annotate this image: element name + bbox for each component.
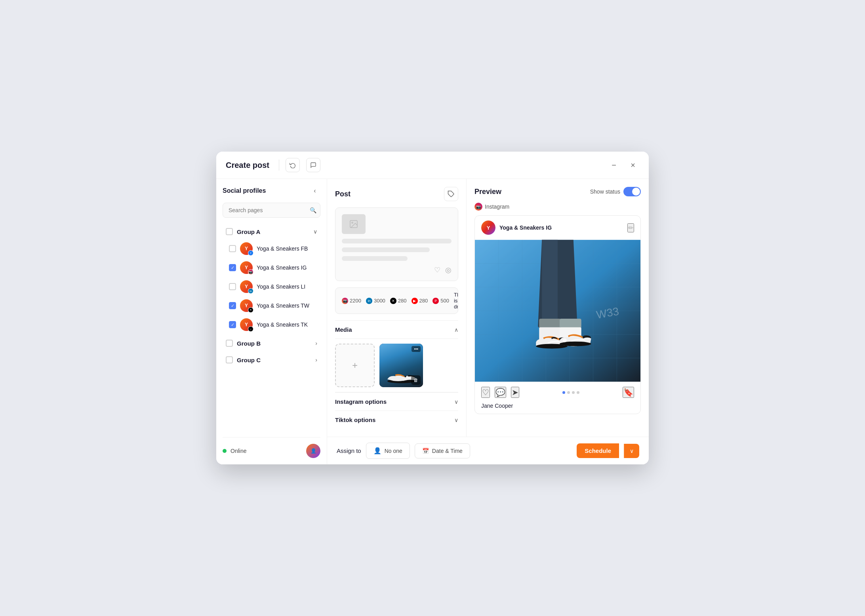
profile-tw-name: Yoga & Sneakers TW <box>257 302 317 309</box>
online-text: Online <box>231 448 302 454</box>
ig-share-button[interactable]: ➤ <box>511 387 519 398</box>
app-body: Social profiles ‹ 🔍 Group A ∨ <box>216 179 649 464</box>
instagram-options-title: Instagram options <box>335 398 387 405</box>
group-a-item: Group A ∨ Y f Yoga & Sneakers FB <box>223 224 320 334</box>
p-count-icon: P <box>432 298 439 304</box>
profile-tw-avatar: Y ✕ <box>240 299 253 312</box>
minimize-button[interactable]: − <box>608 159 620 171</box>
profile-tw-checkbox[interactable]: ✓ <box>229 302 236 309</box>
sidebar-footer: Online 👤 <box>223 437 320 458</box>
tiktok-options-header[interactable]: Tiktok options ∨ <box>335 411 458 429</box>
datetime-label: Date & Time <box>432 448 463 454</box>
instagram-options-chevron: ∨ <box>454 399 458 405</box>
post-panel-header: Post <box>335 187 458 201</box>
show-status-toggle[interactable] <box>623 187 641 196</box>
profile-ig[interactable]: ✓ Y 📷 Yoga & Sneakers IG <box>226 258 320 277</box>
post-editor[interactable]: ♡ ◎ <box>335 207 458 281</box>
char-count-x: ✕ 280 <box>390 298 407 304</box>
platform-ig-badge: 📷 <box>248 269 253 275</box>
datetime-button[interactable]: 📅 Date & Time <box>415 443 470 458</box>
no-one-label: No one <box>385 448 402 454</box>
content-area: Post <box>327 179 649 437</box>
profile-tk-checkbox[interactable]: ✓ <box>229 321 236 328</box>
app-header: Create post − × <box>216 152 649 179</box>
search-container: 🔍 <box>223 203 320 218</box>
comment-button[interactable] <box>306 158 320 172</box>
group-c-label: Group C <box>237 357 311 363</box>
ig-comment-button[interactable]: 💬 <box>495 387 506 398</box>
group-c-header[interactable]: Group C › <box>223 352 320 367</box>
online-indicator <box>223 449 227 453</box>
group-b-checkbox[interactable] <box>226 340 233 347</box>
ig-card-header: Y Yoga & Sneakers IG ✏ <box>475 216 640 240</box>
placeholder-line-3 <box>342 256 408 261</box>
ig-bookmark-button[interactable]: 🔖 <box>623 387 634 398</box>
show-status-area: Show status <box>590 187 641 196</box>
profile-fb-checkbox[interactable] <box>229 245 236 252</box>
profile-ig-checkbox[interactable]: ✓ <box>229 264 236 271</box>
profile-li[interactable]: Y in Yoga & Sneakers LI <box>226 277 320 296</box>
media-delete-button[interactable]: 🗑 <box>411 375 421 385</box>
ig-count-icon: 📷 <box>342 298 348 304</box>
media-chevron: ∧ <box>454 327 458 333</box>
ig-dot-3 <box>572 391 575 394</box>
search-icon: 🔍 <box>310 207 316 213</box>
ig-edit-button[interactable]: ✏ <box>627 223 634 232</box>
group-b-header[interactable]: Group B › <box>223 336 320 351</box>
instagram-options-header[interactable]: Instagram options ∨ <box>335 392 458 411</box>
group-a-checkbox[interactable] <box>226 228 233 235</box>
profile-li-checkbox[interactable] <box>229 283 236 290</box>
ig-preview-card: Y Yoga & Sneakers IG ✏ <box>474 215 641 414</box>
person-icon: 👤 <box>373 447 381 454</box>
sidebar-collapse-button[interactable]: ‹ <box>309 185 320 196</box>
main-content: Post <box>327 179 649 464</box>
group-a-chevron: ∨ <box>313 228 317 235</box>
post-panel-title: Post <box>335 190 351 198</box>
platform-ig-icon: 📷 <box>474 203 482 211</box>
show-status-label: Show status <box>590 188 620 195</box>
editor-actions: ♡ ◎ <box>342 266 452 274</box>
group-a-label: Group A <box>237 228 309 235</box>
ig-carousel-dots <box>524 391 618 394</box>
group-a-header[interactable]: Group A ∨ <box>223 224 320 239</box>
profile-tk[interactable]: ✓ Y ♪ Yoga & Sneakers TK <box>226 315 320 334</box>
profile-ig-name: Yoga & Sneakers IG <box>257 264 317 271</box>
profile-ig-avatar: Y 📷 <box>240 261 253 274</box>
media-thumbnail: ••• 🗑 <box>379 344 423 387</box>
bottom-bar: Assign to 👤 No one 📅 Date & Time Schedul… <box>327 437 649 464</box>
svg-rect-18 <box>539 319 561 329</box>
tag-button[interactable] <box>444 187 458 201</box>
schedule-button[interactable]: Schedule <box>577 443 619 458</box>
profile-tk-avatar: Y ♪ <box>240 318 253 331</box>
media-add-button[interactable]: + <box>335 344 375 387</box>
media-section-header[interactable]: Media ∧ <box>335 320 458 338</box>
x-count-value: 280 <box>398 298 407 304</box>
footer-avatar: 👤 <box>306 444 320 458</box>
yt-count-value: 280 <box>419 298 428 304</box>
char-count-bar: 📷 2200 in 3000 ✕ 280 ▶ <box>335 287 458 314</box>
search-input[interactable] <box>223 203 320 218</box>
assign-label: Assign to <box>337 447 361 454</box>
assign-button[interactable]: 👤 No one <box>366 443 410 459</box>
preview-panel: Preview Show status 📷 Instagram <box>467 179 649 437</box>
ig-author: Jane Cooper <box>475 403 640 414</box>
history-button[interactable] <box>286 158 300 172</box>
ig-dot-2 <box>567 391 570 394</box>
media-dots-button[interactable]: ••• <box>412 346 421 352</box>
schedule-dropdown-button[interactable]: ∨ <box>624 444 639 458</box>
check-action-button[interactable]: ◎ <box>445 266 452 274</box>
heart-action-button[interactable]: ♡ <box>434 266 440 274</box>
close-button[interactable]: × <box>627 159 639 171</box>
platform-name: Instagram <box>485 203 509 210</box>
profile-tw[interactable]: ✓ Y ✕ Yoga & Sneakers TW <box>226 296 320 315</box>
tiktok-options-title: Tiktok options <box>335 416 375 423</box>
media-grid: + <box>335 344 458 387</box>
ig-count-value: 2200 <box>350 298 361 304</box>
profile-fb[interactable]: Y f Yoga & Sneakers FB <box>226 239 320 258</box>
profile-fb-avatar: Y f <box>240 242 253 255</box>
group-c-checkbox[interactable] <box>226 356 233 363</box>
header-divider <box>279 160 279 171</box>
platform-tk-badge: ♪ <box>248 326 253 332</box>
tiktok-options-chevron: ∨ <box>454 417 458 423</box>
ig-like-button[interactable]: ♡ <box>481 387 490 398</box>
